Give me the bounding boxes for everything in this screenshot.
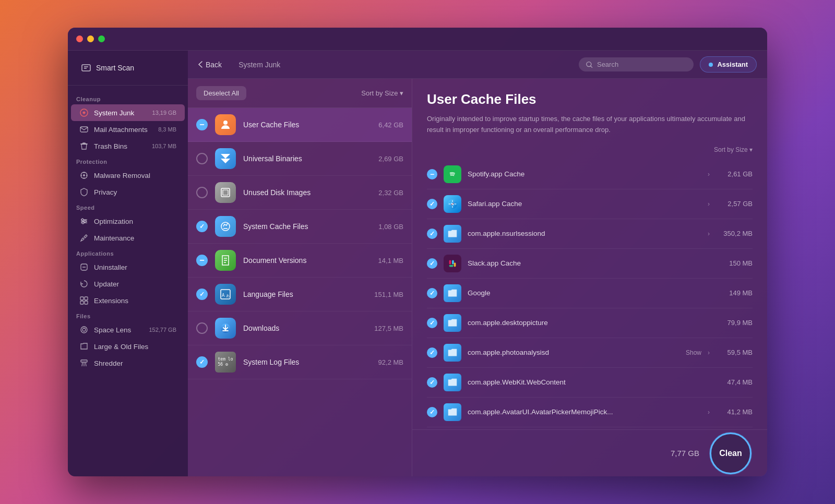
search-input[interactable] bbox=[597, 61, 687, 68]
space-lens-icon bbox=[79, 325, 89, 334]
assistant-button[interactable]: Assistant bbox=[700, 56, 757, 73]
maximize-button[interactable] bbox=[98, 35, 105, 42]
svg-rect-54 bbox=[454, 262, 456, 267]
file-item-unused-disk-images[interactable]: Unused Disk Images 2,32 GB bbox=[188, 176, 412, 210]
cache-show-label[interactable]: Show bbox=[686, 349, 701, 356]
cache-name: com.apple.AvatarUI.AvatarPickerMemojiPic… bbox=[468, 408, 701, 416]
file-list: − User Cache Files 6,42 GB bbox=[188, 108, 412, 476]
back-button[interactable]: Back bbox=[198, 61, 222, 69]
cache-item-nsurlsessiond[interactable]: ✓ com.apple.nsurlsessiond › 350,2 MB bbox=[427, 219, 753, 249]
svg-rect-52 bbox=[452, 260, 454, 264]
svg-rect-51 bbox=[449, 260, 451, 264]
cache-item-google[interactable]: ✓ Google 149 MB bbox=[427, 279, 753, 308]
file-name: System Log Files bbox=[243, 358, 299, 366]
cache-item-photoanalysisd[interactable]: ✓ com.apple.photoanalysisd Show › 59,5 M… bbox=[427, 338, 753, 368]
cache-name: Safari.app Cache bbox=[468, 200, 701, 208]
folder-icon-google bbox=[444, 284, 461, 302]
cache-item-webkit[interactable]: ✓ com.apple.WebKit.WebContent 47,4 MB bbox=[427, 368, 753, 398]
cache-name: com.apple.WebKit.WebContent bbox=[468, 378, 710, 386]
sidebar-item-updater[interactable]: Updater bbox=[71, 275, 185, 292]
sidebar-item-extensions[interactable]: Extensions bbox=[71, 292, 185, 309]
clean-button[interactable]: Clean bbox=[710, 433, 752, 474]
svg-point-24 bbox=[81, 327, 87, 333]
sidebar-item-uninstaller[interactable]: Uninstaller bbox=[71, 259, 185, 275]
sort-by-size[interactable]: Sort by Size ▾ bbox=[361, 89, 403, 97]
shredder-icon bbox=[79, 358, 89, 368]
system-junk-icon bbox=[79, 108, 89, 117]
uninstaller-icon bbox=[79, 262, 89, 272]
sidebar-item-trash-bins[interactable]: Trash Bins 103,7 MB bbox=[71, 138, 185, 154]
file-item-system-cache[interactable]: ✓ System Cache Files 1,08 GB bbox=[188, 210, 412, 244]
cache-size: 2,57 GB bbox=[716, 200, 753, 208]
check-circle bbox=[196, 153, 208, 164]
file-item-universal-binaries[interactable]: Universal Binaries 2,69 GB bbox=[188, 142, 412, 176]
svg-rect-20 bbox=[80, 297, 84, 300]
trash-badge: 103,7 MB bbox=[152, 143, 176, 149]
svg-rect-53 bbox=[449, 265, 454, 267]
deselect-all-button[interactable]: Deselect All bbox=[196, 86, 246, 100]
sidebar-item-large-old-files[interactable]: Large & Old Files bbox=[71, 338, 185, 355]
file-icon-downloads bbox=[215, 318, 236, 339]
sidebar-label: Space Lens bbox=[94, 326, 131, 334]
sidebar-item-smart-scan[interactable]: Smart Scan bbox=[76, 59, 180, 77]
cache-name: Spotify.app Cache bbox=[468, 170, 701, 178]
back-label: Back bbox=[206, 61, 222, 69]
file-item-language-files[interactable]: ✓ Aあ Language Files 151,1 MB bbox=[188, 278, 412, 311]
cache-item-avatarui[interactable]: ✓ com.apple.AvatarUI.AvatarPickerMemojiP… bbox=[427, 398, 753, 427]
sidebar-item-malware-removal[interactable]: Malware Removal bbox=[71, 167, 185, 184]
cache-item-slack[interactable]: ✓ Slack.app Cache 150 MB bbox=[427, 249, 753, 279]
file-item-system-log[interactable]: ✓ tem lo56 ⚙ System Log Files 92,2 MB bbox=[188, 345, 412, 379]
sidebar-item-maintenance[interactable]: Maintenance bbox=[71, 230, 185, 246]
search-box[interactable] bbox=[579, 57, 694, 71]
check-circle bbox=[196, 187, 208, 198]
sidebar-item-privacy[interactable]: Privacy bbox=[71, 184, 185, 200]
cache-check: − bbox=[427, 169, 437, 179]
sidebar-label: Updater bbox=[94, 280, 119, 288]
svg-rect-33 bbox=[221, 188, 230, 197]
cache-name: Slack.app Cache bbox=[468, 259, 710, 267]
sidebar-label: Mail Attachments bbox=[94, 126, 148, 134]
minimize-button[interactable] bbox=[87, 35, 94, 42]
slack-app-icon bbox=[444, 255, 461, 272]
check-circle: ✓ bbox=[196, 221, 208, 232]
sidebar-item-shredder[interactable]: Shredder bbox=[71, 355, 185, 371]
cache-item-spotify[interactable]: − Spotify.app Cache › 2,61 GB bbox=[427, 160, 753, 189]
sidebar-section-protection: Protection bbox=[68, 154, 188, 167]
file-size: 92,2 MB bbox=[378, 358, 403, 366]
sidebar-item-optimization[interactable]: Optimization bbox=[71, 213, 185, 230]
folder-icon-photoanalysisd bbox=[444, 344, 461, 362]
cache-item-desktoppicture[interactable]: ✓ com.apple.desktoppicture 79,9 MB bbox=[427, 308, 753, 338]
cache-check: ✓ bbox=[427, 229, 437, 239]
folder-icon-desktoppicture bbox=[444, 314, 461, 332]
cache-item-safari[interactable]: ✓ Safari.app Cache › 2,57 GB bbox=[427, 189, 753, 219]
file-name: User Cache Files bbox=[243, 121, 299, 129]
sidebar-label: Large & Old Files bbox=[94, 343, 148, 351]
sidebar-label: Optimization bbox=[94, 218, 133, 225]
sidebar-label: Extensions bbox=[94, 297, 128, 305]
check-circle: ✓ bbox=[196, 289, 208, 300]
file-item-user-cache[interactable]: − User Cache Files 6,42 GB bbox=[188, 108, 412, 142]
sidebar-label: System Junk bbox=[94, 109, 134, 117]
trash-icon bbox=[79, 141, 89, 151]
cache-size: 59,5 MB bbox=[716, 349, 753, 356]
file-size: 151,1 MB bbox=[374, 291, 403, 298]
file-name: Document Versions bbox=[243, 256, 306, 265]
svg-text:A: A bbox=[222, 293, 225, 298]
close-button[interactable] bbox=[76, 35, 83, 42]
app-window: Smart Scan Cleanup System Junk 13,19 GB … bbox=[68, 28, 767, 476]
file-size: 2,32 GB bbox=[378, 189, 403, 197]
file-item-downloads[interactable]: Downloads 127,5 MB bbox=[188, 311, 412, 345]
extensions-icon bbox=[79, 296, 89, 305]
cache-name: Google bbox=[468, 289, 710, 297]
cache-check: ✓ bbox=[427, 199, 437, 209]
sidebar-label: Trash Bins bbox=[94, 142, 127, 150]
sidebar-label: Shredder bbox=[94, 359, 123, 367]
sidebar-label: Maintenance bbox=[94, 234, 134, 242]
sidebar-item-system-junk[interactable]: System Junk 13,19 GB bbox=[71, 104, 185, 121]
detail-sort[interactable]: Sort by Size ▾ bbox=[427, 146, 753, 153]
sidebar-item-mail-attachments[interactable]: Mail Attachments 8,3 MB bbox=[71, 121, 185, 138]
sidebar-item-space-lens[interactable]: Space Lens 152,77 GB bbox=[71, 321, 185, 338]
search-icon bbox=[586, 61, 593, 68]
sidebar-top: Smart Scan bbox=[68, 59, 188, 86]
file-item-document-versions[interactable]: − Document Versions 14,1 MB bbox=[188, 244, 412, 278]
